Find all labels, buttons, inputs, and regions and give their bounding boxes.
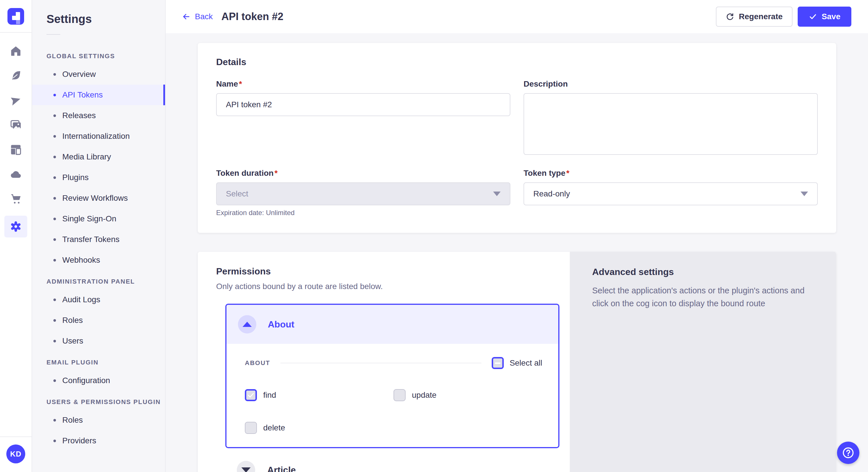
sidebar-item-api-tokens[interactable]: API Tokens bbox=[32, 85, 165, 105]
token-duration-value: Select bbox=[226, 189, 248, 198]
about-group-label: ABOUT bbox=[245, 359, 270, 367]
accordion-about-body: ABOUT Select all bbox=[226, 344, 558, 447]
sidebar-item-releases[interactable]: Releases bbox=[32, 105, 165, 126]
update-checkbox[interactable] bbox=[394, 389, 406, 401]
save-button[interactable]: Save bbox=[798, 7, 851, 27]
header-actions: Regenerate Save bbox=[716, 7, 851, 27]
find-checkbox[interactable] bbox=[245, 389, 257, 401]
action-find: find bbox=[245, 389, 394, 401]
section-label-global-settings: GLOBAL SETTINGS bbox=[32, 45, 165, 64]
indeterminate-dash-icon bbox=[495, 363, 501, 364]
sidebar-item-admin-roles[interactable]: Roles bbox=[32, 310, 165, 331]
sidebar-item-label: Review Workflows bbox=[62, 194, 128, 203]
required-asterisk: * bbox=[274, 169, 278, 177]
token-type-select[interactable]: Read-only bbox=[524, 182, 818, 205]
chevron-down-icon bbox=[493, 192, 501, 196]
sidebar-item-label: Single Sign-On bbox=[62, 214, 116, 224]
bullet-icon bbox=[53, 319, 56, 322]
regenerate-button[interactable]: Regenerate bbox=[716, 7, 793, 27]
sidebar-item-label: Webhooks bbox=[62, 256, 100, 265]
token-type-label: Token type* bbox=[524, 169, 818, 178]
send-icon[interactable] bbox=[4, 92, 27, 108]
regenerate-label: Regenerate bbox=[739, 12, 783, 21]
sidebar-item-media-library[interactable]: Media Library bbox=[32, 146, 165, 167]
select-all-checkbox[interactable] bbox=[492, 357, 504, 369]
check-icon bbox=[247, 392, 255, 399]
chevron-down-icon bbox=[801, 192, 808, 196]
accordion-about-title: About bbox=[268, 319, 294, 330]
subnav-divider bbox=[46, 34, 60, 35]
sidebar-item-label: Transfer Tokens bbox=[62, 235, 119, 244]
bullet-icon bbox=[53, 217, 56, 220]
cloud-icon[interactable] bbox=[4, 166, 27, 182]
home-icon[interactable] bbox=[4, 43, 27, 59]
page-header: Back API token #2 Regenerate Save bbox=[166, 0, 868, 33]
help-button[interactable] bbox=[837, 442, 859, 464]
about-group-row: ABOUT Select all bbox=[245, 357, 542, 369]
logo-shape bbox=[12, 16, 16, 20]
sidebar-item-plugins[interactable]: Plugins bbox=[32, 167, 165, 188]
advanced-settings-heading: Advanced settings bbox=[592, 267, 818, 277]
page-title: API token #2 bbox=[221, 11, 283, 23]
sidebar-item-users[interactable]: Users bbox=[32, 331, 165, 351]
sidebar-item-review-workflows[interactable]: Review Workflows bbox=[32, 188, 165, 208]
accordion-about: About ABOUT Select all bbox=[225, 304, 559, 448]
refresh-icon bbox=[725, 12, 734, 21]
expand-toggle-button[interactable] bbox=[237, 461, 255, 472]
feather-icon[interactable] bbox=[4, 68, 27, 84]
expiration-hint: Expiration date: Unlimited bbox=[216, 209, 510, 217]
logo-container bbox=[0, 0, 32, 33]
sidebar-item-label: Overview bbox=[62, 70, 96, 79]
permissions-panel: Permissions Only actions bound by a rout… bbox=[198, 252, 570, 472]
bullet-icon bbox=[53, 340, 56, 342]
sidebar-item-label: Configuration bbox=[62, 376, 110, 385]
sidebar-item-providers[interactable]: Providers bbox=[32, 430, 165, 451]
icon-rail: KD bbox=[0, 0, 32, 472]
section-label-users-permissions-plugin: USERS & PERMISSIONS PLUGIN bbox=[32, 391, 165, 410]
token-duration-select[interactable]: Select bbox=[216, 182, 510, 205]
token-duration-field-group: Token duration* Select Expiration date: … bbox=[216, 169, 510, 217]
bullet-icon bbox=[53, 114, 56, 117]
settings-subnav: Settings GLOBAL SETTINGS Overview API To… bbox=[32, 0, 166, 472]
group-divider bbox=[280, 363, 482, 363]
details-card: Details Name* Description Token duration… bbox=[198, 43, 836, 233]
delete-checkbox[interactable] bbox=[245, 422, 257, 434]
strapi-logo-icon[interactable] bbox=[7, 8, 24, 25]
bullet-icon bbox=[53, 259, 56, 262]
name-input[interactable] bbox=[216, 93, 510, 116]
sidebar-item-configuration[interactable]: Configuration bbox=[32, 370, 165, 391]
bullet-icon bbox=[53, 299, 56, 301]
section-label-administration-panel: ADMINISTRATION PANEL bbox=[32, 270, 165, 289]
layout-icon[interactable] bbox=[4, 142, 27, 158]
rail-footer: KD bbox=[0, 436, 32, 472]
sidebar-item-up-roles[interactable]: Roles bbox=[32, 410, 165, 430]
arrow-left-icon bbox=[182, 12, 191, 21]
user-avatar[interactable]: KD bbox=[6, 444, 25, 463]
sidebar-item-audit-logs[interactable]: Audit Logs bbox=[32, 289, 165, 310]
back-link[interactable]: Back bbox=[182, 12, 213, 21]
sidebar-item-internationalization[interactable]: Internationalization bbox=[32, 126, 165, 146]
accordion-article-title: Article bbox=[267, 465, 296, 472]
collapse-toggle-button[interactable] bbox=[238, 315, 256, 334]
sidebar-item-webhooks[interactable]: Webhooks bbox=[32, 250, 165, 270]
sidebar-item-label: Audit Logs bbox=[62, 295, 100, 304]
sidebar-item-overview[interactable]: Overview bbox=[32, 64, 165, 85]
bullet-icon bbox=[53, 419, 56, 422]
bullet-icon bbox=[53, 156, 56, 158]
advanced-settings-text: Select the application's actions or the … bbox=[592, 284, 818, 310]
sidebar-item-single-sign-on[interactable]: Single Sign-On bbox=[32, 208, 165, 229]
sidebar-item-transfer-tokens[interactable]: Transfer Tokens bbox=[32, 229, 165, 250]
cart-icon[interactable] bbox=[4, 191, 27, 207]
media-pictures-icon[interactable] bbox=[4, 117, 27, 133]
description-textarea[interactable] bbox=[524, 93, 818, 155]
settings-gear-icon[interactable] bbox=[4, 216, 27, 237]
permissions-actions-grid: find update delete bbox=[245, 389, 542, 434]
sidebar-item-label: Media Library bbox=[62, 152, 111, 162]
action-label: find bbox=[263, 391, 276, 400]
accordion-article-header[interactable]: Article bbox=[237, 461, 559, 472]
sidebar-item-label: Users bbox=[62, 336, 83, 345]
sidebar-item-label: Plugins bbox=[62, 173, 89, 182]
accordion-about-header[interactable]: About bbox=[226, 305, 558, 344]
description-label: Description bbox=[524, 79, 818, 89]
name-label: Name* bbox=[216, 79, 510, 89]
